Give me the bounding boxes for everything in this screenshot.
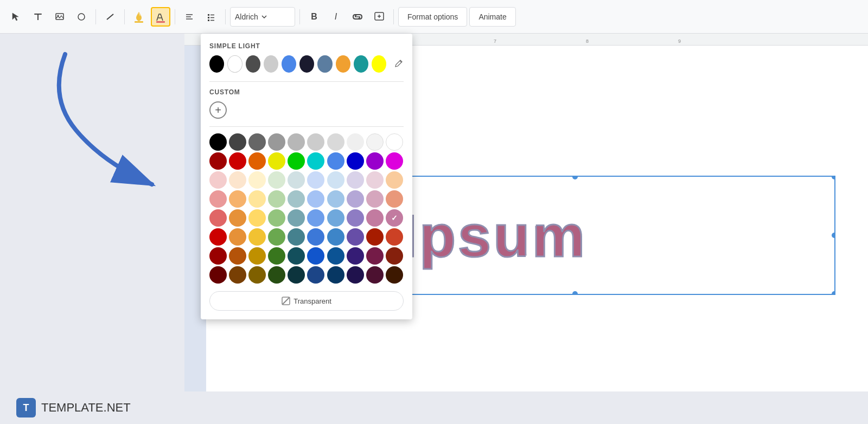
color-cell[interactable] xyxy=(327,228,344,246)
color-cell[interactable] xyxy=(248,228,266,246)
color-cell[interactable] xyxy=(347,247,364,265)
format-options-button[interactable]: Format options xyxy=(398,7,467,27)
color-cell[interactable] xyxy=(248,209,266,227)
color-cell[interactable] xyxy=(288,152,305,170)
color-cell[interactable] xyxy=(366,247,384,265)
color-cell[interactable] xyxy=(268,190,285,208)
color-cell[interactable] xyxy=(229,209,246,227)
color-cell[interactable] xyxy=(268,209,285,227)
color-cell[interactable] xyxy=(327,247,344,265)
align-left-button[interactable] xyxy=(180,7,199,27)
color-cell[interactable] xyxy=(229,266,246,284)
simple-color-lightgray[interactable] xyxy=(264,55,278,73)
link-button[interactable] xyxy=(348,7,367,27)
color-cell[interactable] xyxy=(229,228,246,246)
color-cell[interactable] xyxy=(209,209,227,227)
color-cell[interactable] xyxy=(268,228,285,246)
add-custom-color-button[interactable]: + xyxy=(209,101,227,119)
handle-top[interactable] xyxy=(572,176,578,179)
color-cell[interactable] xyxy=(209,152,227,170)
bold-button[interactable]: B xyxy=(304,7,324,27)
simple-color-teal[interactable] xyxy=(354,55,368,73)
simple-color-black[interactable] xyxy=(209,55,224,73)
edit-simple-colors-button[interactable] xyxy=(394,55,404,73)
color-cell[interactable] xyxy=(288,266,305,284)
color-cell[interactable] xyxy=(307,247,324,265)
simple-color-orange[interactable] xyxy=(336,55,350,73)
color-cell[interactable] xyxy=(288,247,305,265)
color-cell[interactable] xyxy=(327,209,344,227)
color-cell[interactable] xyxy=(268,133,285,151)
handle-top-right[interactable] xyxy=(832,176,835,179)
color-cell[interactable] xyxy=(386,133,403,151)
color-cell[interactable] xyxy=(209,190,227,208)
line-tool-button[interactable] xyxy=(100,7,120,27)
simple-color-darkgray[interactable] xyxy=(246,55,260,73)
color-cell[interactable] xyxy=(268,266,285,284)
color-cell[interactable] xyxy=(327,171,344,189)
color-cell[interactable] xyxy=(248,190,266,208)
color-cell[interactable] xyxy=(366,190,384,208)
color-cell[interactable] xyxy=(366,171,384,189)
simple-color-blue[interactable] xyxy=(282,55,296,73)
simple-color-white[interactable] xyxy=(227,55,242,73)
color-cell[interactable] xyxy=(347,152,364,170)
simple-color-darkblue[interactable] xyxy=(299,55,314,73)
italic-button[interactable]: I xyxy=(326,7,346,27)
color-cell[interactable] xyxy=(366,209,384,227)
color-cell[interactable] xyxy=(268,152,285,170)
color-cell[interactable] xyxy=(248,247,266,265)
color-cell[interactable] xyxy=(386,152,403,170)
color-cell[interactable] xyxy=(347,171,364,189)
color-cell[interactable] xyxy=(366,152,384,170)
text-tool-button[interactable] xyxy=(28,7,48,27)
color-cell[interactable] xyxy=(209,133,227,151)
transparent-button[interactable]: Transparent xyxy=(209,291,404,311)
color-cell[interactable] xyxy=(248,171,266,189)
color-cell[interactable] xyxy=(307,133,324,151)
color-cell[interactable] xyxy=(327,190,344,208)
color-cell[interactable] xyxy=(209,228,227,246)
fill-color-button[interactable] xyxy=(129,7,149,27)
select-tool-button[interactable] xyxy=(7,7,26,27)
color-cell[interactable] xyxy=(327,152,344,170)
color-cell[interactable] xyxy=(386,228,403,246)
text-color-button[interactable] xyxy=(151,7,170,27)
color-cell[interactable] xyxy=(386,171,403,189)
handle-bottom-right[interactable] xyxy=(832,291,835,295)
color-cell[interactable] xyxy=(307,152,324,170)
color-cell[interactable] xyxy=(229,190,246,208)
color-cell[interactable] xyxy=(307,209,324,227)
color-cell[interactable] xyxy=(366,133,384,151)
color-cell[interactable] xyxy=(288,209,305,227)
color-cell[interactable] xyxy=(229,171,246,189)
animate-button[interactable]: Animate xyxy=(469,7,515,27)
color-cell[interactable] xyxy=(288,171,305,189)
add-comment-button[interactable] xyxy=(369,7,389,27)
color-cell[interactable] xyxy=(347,209,364,227)
color-cell[interactable] xyxy=(209,171,227,189)
color-cell[interactable] xyxy=(347,133,364,151)
image-tool-button[interactable] xyxy=(50,7,69,27)
color-cell[interactable] xyxy=(248,152,266,170)
color-cell[interactable] xyxy=(248,266,266,284)
color-cell[interactable] xyxy=(288,190,305,208)
color-cell[interactable] xyxy=(307,171,324,189)
color-cell[interactable] xyxy=(327,133,344,151)
handle-right[interactable] xyxy=(832,233,835,238)
color-cell[interactable] xyxy=(229,133,246,151)
shape-tool-button[interactable] xyxy=(72,7,91,27)
color-cell[interactable] xyxy=(366,266,384,284)
color-cell[interactable] xyxy=(347,266,364,284)
font-selector[interactable]: Aldrich xyxy=(230,7,295,27)
color-cell[interactable] xyxy=(307,266,324,284)
color-cell[interactable] xyxy=(229,152,246,170)
color-cell[interactable] xyxy=(288,133,305,151)
color-cell[interactable] xyxy=(307,190,324,208)
color-cell[interactable] xyxy=(248,133,266,151)
color-cell[interactable] xyxy=(268,171,285,189)
color-cell[interactable] xyxy=(386,190,403,208)
handle-bottom[interactable] xyxy=(572,291,578,295)
simple-color-yellow[interactable] xyxy=(372,55,386,73)
color-cell[interactable] xyxy=(347,228,364,246)
